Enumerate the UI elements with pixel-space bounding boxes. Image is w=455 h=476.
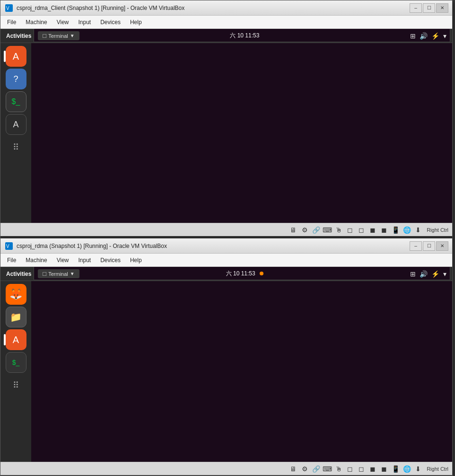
right-ctrl-label-1: Right Ctrl	[427, 227, 448, 233]
svg-text:V: V	[6, 6, 9, 11]
status-icon-1b: ⚙	[300, 225, 309, 235]
menu-devices-2[interactable]: Devices	[96, 255, 125, 265]
sidebar-app-update-1[interactable]: A	[6, 114, 26, 135]
sidebar-app-grid-2[interactable]: ⠿	[6, 375, 26, 396]
close-btn-2[interactable]: ✕	[436, 241, 448, 251]
status-icon-2c: 🔗	[311, 464, 321, 474]
menu-help-1[interactable]: Help	[125, 17, 147, 27]
orange-dot-2	[260, 272, 263, 275]
help-icon-1: ?	[13, 74, 18, 84]
maximize-btn-2[interactable]: ☐	[423, 241, 435, 251]
terminal-icon-2: $_	[12, 359, 20, 366]
status-icon-2e: 🖱	[334, 464, 343, 474]
virtualbox-window-2: V csproj_rdma (Snapshot 1) [Running] - O…	[0, 238, 453, 476]
status-icon-1k: 🌐	[402, 225, 411, 235]
settings-icon-2[interactable]: ▾	[443, 270, 446, 278]
gnome-clock-1: 六 10 11:53	[79, 32, 410, 40]
status-icon-1h: ◼	[368, 225, 377, 235]
gnome-sidebar-1: A ? $_ A ⠿	[0, 43, 31, 223]
sidebar-app-software-1[interactable]: A	[6, 46, 26, 67]
volume-icon-2: 🔊	[420, 270, 428, 278]
status-icon-2i: ◼	[379, 464, 389, 474]
grid-icon-1: ⠿	[13, 142, 19, 152]
volume-icon-1: 🔊	[420, 32, 428, 40]
terminal-icon-1: $_	[12, 97, 20, 106]
statusbar-2: 🖥 ⚙ 🔗 ⌨ 🖱 ◻ ◻ ◼ ◼ 📱 🌐 ⬇ Right Ctrl	[0, 462, 452, 475]
win-controls-2: – ☐ ✕	[410, 241, 448, 251]
menu-input-1[interactable]: Input	[74, 17, 96, 27]
vbox-icon-2: V	[4, 241, 14, 251]
menu-help-2[interactable]: Help	[125, 255, 147, 265]
status-icon-2a: 🖥	[289, 464, 298, 474]
gnome-terminal-label-1[interactable]: □ Terminal ▼	[38, 31, 79, 40]
status-icon-1l: ⬇	[413, 225, 423, 235]
gnome-activities-2[interactable]: Activities	[6, 271, 31, 277]
update-icon-1: A	[13, 120, 18, 130]
menu-input-2[interactable]: Input	[74, 255, 96, 265]
close-btn-1[interactable]: ✕	[436, 3, 448, 13]
network-icon-1: ⊞	[410, 32, 416, 40]
status-icon-1j: 📱	[391, 225, 400, 235]
status-icon-1e: 🖱	[334, 225, 343, 235]
status-icon-2j: 📱	[391, 464, 400, 474]
software-center-icon-1: A	[13, 51, 19, 62]
svg-text:V: V	[6, 244, 9, 249]
menu-machine-2[interactable]: Machine	[21, 255, 52, 265]
status-icon-1d: ⌨	[323, 225, 332, 235]
menubar-1: File Machine View Input Devices Help	[0, 16, 452, 29]
sidebar-app-terminal-2[interactable]: $_	[6, 352, 26, 373]
gnome-sidebar-2: 🦊 📁 A $_ ⠿	[0, 281, 31, 462]
minimize-btn-1[interactable]: –	[410, 3, 422, 13]
sidebar-app-files-2[interactable]: 📁	[6, 307, 26, 327]
status-icon-1c: 🔗	[311, 225, 321, 235]
status-icon-1g: ◻	[357, 225, 366, 235]
status-icon-2b: ⚙	[300, 464, 309, 474]
vm-display-2: Activities □ Terminal ▼ 六 10 11:53 ⊞ 🔊 ⚡…	[0, 267, 452, 462]
gnome-activities-1[interactable]: Activities	[6, 33, 31, 39]
menu-devices-1[interactable]: Devices	[96, 17, 125, 27]
sidebar-app-firefox-2[interactable]: 🦊	[6, 284, 26, 305]
status-icon-2g: ◻	[357, 464, 366, 474]
titlebar-1: V csproj_rdma_Client (Snapshot 1) [Runni…	[0, 0, 452, 16]
window-title-1: csproj_rdma_Client (Snapshot 1) [Running…	[17, 5, 410, 11]
sidebar-app-terminal-1[interactable]: $_	[6, 91, 26, 112]
window-title-2: csproj_rdma (Snapshot 1) [Running] - Ora…	[17, 243, 410, 249]
status-icon-1f: ◻	[345, 225, 355, 235]
sidebar-app-help-1[interactable]: ?	[6, 69, 26, 89]
gnome-tray-2: ⊞ 🔊 ⚡ ▾	[410, 270, 446, 278]
status-icon-2l: ⬇	[413, 464, 423, 474]
menu-machine-1[interactable]: Machine	[21, 17, 52, 27]
vbox-icon-1: V	[4, 3, 14, 13]
status-icon-2h: ◼	[368, 464, 377, 474]
minimize-btn-2[interactable]: –	[410, 241, 422, 251]
software-center-icon-2: A	[13, 335, 19, 345]
status-icon-1i: ◼	[379, 225, 389, 235]
sidebar-app-grid-1[interactable]: ⠿	[6, 137, 26, 158]
gnome-clock-2: 六 10 11:53	[79, 270, 410, 278]
status-icon-2f: ◻	[345, 464, 355, 474]
status-icon-2k: 🌐	[402, 464, 411, 474]
vm-display-1: Activities □ Terminal ▼ 六 10 11:53 ⊞ 🔊 ⚡…	[0, 29, 452, 223]
status-icon-1a: 🖥	[289, 225, 298, 235]
battery-icon-2: ⚡	[431, 270, 439, 278]
menu-view-1[interactable]: View	[52, 17, 74, 27]
gnome-terminal-label-2[interactable]: □ Terminal ▼	[38, 269, 79, 278]
files-icon-2: 📁	[10, 311, 22, 323]
right-ctrl-label-2: Right Ctrl	[427, 466, 448, 472]
menu-file-1[interactable]: File	[2, 17, 21, 27]
grid-icon-2: ⠿	[13, 380, 19, 390]
titlebar-2: V csproj_rdma (Snapshot 1) [Running] - O…	[0, 238, 452, 254]
battery-icon-1: ⚡	[431, 32, 439, 40]
win-controls-1: – ☐ ✕	[410, 3, 448, 13]
statusbar-1: 🖥 ⚙ 🔗 ⌨ 🖱 ◻ ◻ ◼ ◼ 📱 🌐 ⬇ Right Ctrl	[0, 223, 452, 236]
firefox-icon-2: 🦊	[9, 288, 22, 300]
network-icon-2: ⊞	[410, 270, 416, 278]
maximize-btn-1[interactable]: ☐	[423, 3, 435, 13]
menubar-2: File Machine View Input Devices Help	[0, 254, 452, 267]
sidebar-app-software-2[interactable]: A	[6, 329, 26, 350]
menu-view-2[interactable]: View	[52, 255, 74, 265]
status-icon-2d: ⌨	[323, 464, 332, 474]
settings-icon-1[interactable]: ▾	[443, 32, 446, 40]
menu-file-2[interactable]: File	[2, 255, 21, 265]
gnome-tray-1: ⊞ 🔊 ⚡ ▾	[410, 32, 446, 40]
